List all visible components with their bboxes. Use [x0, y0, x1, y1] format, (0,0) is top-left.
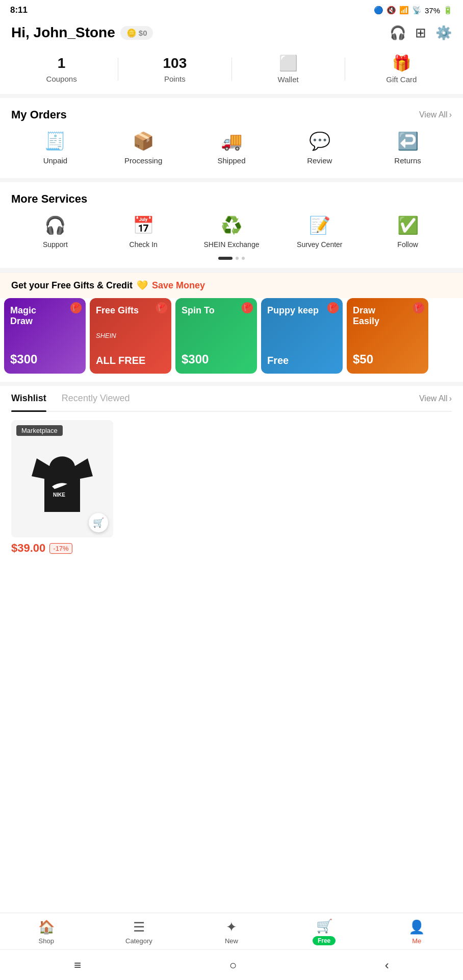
promo-card-magic-draw[interactable]: MagicDraw $300 🚩 — [4, 298, 86, 374]
bluetooth-icon: 🔵 — [374, 6, 383, 15]
magic-draw-flag: 🚩 — [70, 302, 82, 313]
battery-icon: 🔋 — [443, 6, 453, 15]
nav-me[interactable]: 👤 Me — [370, 919, 463, 945]
wishlist-section: Wishlist Recently Viewed View All › Mark… — [0, 386, 463, 555]
chevron-right-icon: › — [449, 110, 452, 119]
points-value: 103 — [163, 55, 187, 71]
service-shein-exchange[interactable]: ♻️ SHEIN Exchange — [188, 215, 276, 249]
returns-label: Returns — [394, 156, 421, 165]
headset-icon[interactable]: 🎧 — [390, 25, 406, 41]
order-returns[interactable]: ↩️ Returns — [364, 131, 452, 165]
scan-icon[interactable]: ⊞ — [415, 25, 426, 41]
marketplace-badge: Marketplace — [16, 425, 63, 436]
status-bar: 8:11 🔵 🔇 📶 📡 37% 🔋 — [0, 0, 463, 18]
promo-highlight: Save Money — [152, 280, 205, 291]
nav-new[interactable]: ✦ New — [185, 919, 278, 945]
coin-icon: 🪙 — [126, 28, 137, 38]
checkin-label: Check In — [130, 240, 158, 249]
spin-flag: 🚩 — [242, 302, 253, 313]
services-header: More Services — [11, 192, 452, 206]
nav-shop[interactable]: 🏠 Shop — [0, 919, 93, 945]
orders-view-all[interactable]: View All › — [419, 110, 452, 119]
magic-draw-title: MagicDraw — [10, 305, 80, 327]
chevron-right-icon-2: › — [449, 394, 452, 403]
android-back-btn[interactable]: ‹ — [385, 958, 389, 972]
stat-giftcard[interactable]: 🎁 Gift Card — [345, 54, 458, 84]
service-checkin[interactable]: 📅 Check In — [99, 215, 188, 249]
support-icon: 🎧 — [44, 215, 66, 235]
review-icon: 💬 — [309, 131, 330, 151]
svg-text:NIKE: NIKE — [53, 492, 65, 498]
wishlist-view-all[interactable]: View All › — [419, 394, 452, 403]
puppy-title: Puppy keep — [267, 305, 337, 316]
free-gifts-shein: SHEIN — [96, 332, 165, 339]
battery-text: 37% — [425, 6, 440, 15]
service-survey[interactable]: 📝 Survey Center — [275, 215, 364, 249]
coupons-label: Coupons — [46, 75, 77, 83]
nike-shirt-svg: NIKE — [27, 438, 98, 520]
tab-wishlist[interactable]: Wishlist — [11, 386, 46, 411]
bottom-nav: 🏠 Shop ☰ Category ✦ New 🛒 Free 👤 Me — [0, 913, 463, 949]
processing-label: Processing — [124, 156, 162, 165]
survey-icon: 📝 — [309, 215, 330, 235]
giftcard-icon: 🎁 — [392, 54, 411, 72]
shipped-icon: 🚚 — [221, 131, 242, 151]
nav-category[interactable]: ☰ Category — [93, 919, 186, 945]
nav-free[interactable]: 🛒 Free — [278, 918, 371, 945]
follow-icon: ✅ — [397, 215, 419, 235]
survey-label: Survey Center — [297, 240, 342, 249]
puppy-flag: 🚩 — [327, 302, 339, 313]
divider-2 — [0, 268, 463, 272]
promo-card-draw[interactable]: DrawEasily $50 🚩 — [347, 298, 428, 374]
dot-active — [218, 257, 233, 260]
shein-exchange-label: SHEIN Exchange — [204, 240, 260, 249]
promo-text: Get your Free Gifts & Credit — [11, 280, 133, 291]
unpaid-icon: 🧾 — [44, 131, 66, 151]
product-price: $39.00 — [11, 542, 45, 555]
nav-new-label: New — [225, 937, 238, 945]
android-menu-btn[interactable]: ≡ — [74, 958, 81, 972]
android-home-btn[interactable]: ○ — [229, 958, 237, 972]
free-badge: Free — [313, 936, 336, 945]
promo-cards-row: MagicDraw $300 🚩 Free Gifts SHEIN ALL FR… — [0, 298, 463, 382]
product-grid: Marketplace NIKE 🛒 $39.00 -17% — [11, 420, 452, 555]
add-cart-icon: 🛒 — [93, 517, 104, 528]
stat-coupons[interactable]: 1 Coupons — [5, 55, 118, 83]
bottom-spacer — [0, 555, 463, 626]
tab-recently-viewed[interactable]: Recently Viewed — [62, 386, 130, 411]
category-icon: ☰ — [133, 919, 145, 935]
dot-inactive-1 — [236, 257, 239, 260]
product-card-nike[interactable]: Marketplace NIKE 🛒 $39.00 -17% — [11, 420, 113, 555]
add-to-cart-button[interactable]: 🛒 — [89, 513, 108, 532]
coin-badge[interactable]: 🪙 $0 — [120, 26, 153, 40]
promo-card-puppy[interactable]: Puppy keep Free 🚩 — [261, 298, 343, 374]
shop-icon: 🏠 — [38, 919, 55, 935]
order-unpaid[interactable]: 🧾 Unpaid — [11, 131, 99, 165]
support-label: Support — [43, 240, 68, 249]
free-cart-icon: 🛒 — [316, 918, 332, 934]
service-support[interactable]: 🎧 Support — [11, 215, 99, 249]
coupons-value: 1 — [58, 55, 66, 71]
magic-draw-amount: $300 — [10, 352, 80, 366]
order-processing[interactable]: 📦 Processing — [99, 131, 188, 165]
product-image: Marketplace NIKE 🛒 — [11, 420, 113, 537]
promo-card-free-gifts[interactable]: Free Gifts SHEIN ALL FREE 🚩 — [90, 298, 171, 374]
points-label: Points — [164, 75, 186, 83]
promo-emoji: 💛 — [137, 280, 148, 291]
order-review[interactable]: 💬 Review — [275, 131, 364, 165]
checkin-icon: 📅 — [133, 215, 154, 235]
settings-icon[interactable]: ⚙️ — [435, 25, 452, 41]
header-actions: 🎧 ⊞ ⚙️ — [390, 25, 452, 41]
service-follow[interactable]: ✅ Follow — [364, 215, 452, 249]
android-nav: ≡ ○ ‹ — [0, 949, 463, 980]
review-label: Review — [307, 156, 332, 165]
stat-points[interactable]: 103 Points — [118, 55, 231, 83]
order-shipped[interactable]: 🚚 Shipped — [188, 131, 276, 165]
status-right: 🔵 🔇 📶 📡 37% 🔋 — [374, 6, 453, 15]
orders-header: My Orders View All › — [11, 108, 452, 121]
puppy-note: Free — [267, 355, 337, 366]
promo-banner: Get your Free Gifts & Credit 💛 Save Mone… — [0, 272, 463, 298]
stat-wallet[interactable]: ⬜ Wallet — [232, 54, 345, 84]
promo-card-spin[interactable]: Spin To $300 🚩 — [175, 298, 257, 374]
free-gifts-note: ALL FREE — [96, 355, 165, 366]
